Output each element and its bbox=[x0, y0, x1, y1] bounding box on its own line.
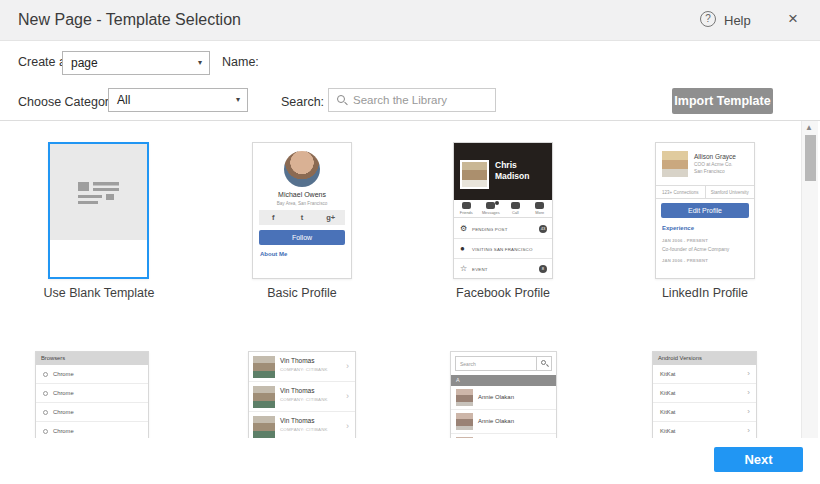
gear-icon: ⚙ bbox=[460, 225, 467, 233]
library-search-input[interactable] bbox=[353, 89, 493, 111]
stats-bar: 123+ Connections Stanford University bbox=[656, 185, 754, 199]
profile-subtitle: Bay Area, San Francisco bbox=[253, 201, 351, 206]
list-item: Chrome bbox=[36, 403, 148, 422]
facebook-header: Chris Madison bbox=[454, 143, 552, 200]
list-item: Annie Olakan bbox=[451, 386, 556, 410]
avatar bbox=[253, 356, 275, 378]
chevron-right-icon: › bbox=[747, 388, 750, 397]
chevron-down-icon: ▾ bbox=[198, 52, 202, 74]
experience-position: Co-founder of Acme Company bbox=[662, 246, 729, 252]
list-item: KitKat› bbox=[653, 365, 756, 384]
count-badge: 43 bbox=[539, 225, 547, 233]
more-icon bbox=[535, 202, 544, 209]
row-label: PENDING POST bbox=[472, 227, 508, 232]
profile-name: Michael Owens bbox=[253, 191, 351, 198]
more-action: More bbox=[528, 200, 553, 217]
template-card-searchable-contacts[interactable]: Search A Annie Olakan Annie Olakan Annie… bbox=[450, 351, 557, 438]
category-select[interactable]: All ▾ bbox=[108, 88, 248, 112]
text-layout-icon bbox=[78, 180, 122, 206]
template-card-linkedin-profile[interactable]: Allison Grayce COO at Acme Co. San Franc… bbox=[655, 142, 755, 279]
list-item: Chrome bbox=[36, 384, 148, 403]
row-label: EVENT bbox=[472, 267, 488, 272]
category-value: All bbox=[117, 93, 130, 107]
create-a-label: Create a bbox=[18, 55, 66, 69]
help-icon[interactable]: ? bbox=[700, 11, 716, 27]
follow-button: Follow bbox=[259, 230, 345, 245]
messages-icon bbox=[486, 202, 495, 209]
count-badge: 8 bbox=[539, 265, 547, 273]
card-label-facebook: Facebook Profile bbox=[428, 286, 578, 300]
scroll-up-icon[interactable]: ▲ bbox=[805, 123, 813, 132]
chevron-right-icon: › bbox=[747, 369, 750, 378]
profile-role: COO at Acme Co. bbox=[694, 162, 732, 167]
messages-action: Messages bbox=[479, 200, 504, 217]
name-label: Name: bbox=[222, 55, 259, 69]
connections-stat: 123+ Connections bbox=[656, 186, 706, 198]
template-card-contacts[interactable]: Vin ThomasCOMPANY: CITIBANK› Vin ThomasC… bbox=[248, 351, 356, 438]
template-card-basic-profile[interactable]: Michael Owens Bay Area, San Francisco f … bbox=[252, 142, 352, 279]
location-pin-icon: ● bbox=[460, 245, 465, 253]
create-row: Create a page ▾ Name: bbox=[0, 41, 820, 82]
radio-icon bbox=[43, 391, 48, 396]
phone-icon bbox=[511, 202, 520, 209]
name-line1: Chris bbox=[495, 160, 517, 170]
list-item: Chrome bbox=[36, 365, 148, 384]
import-template-button[interactable]: Import Template bbox=[672, 88, 773, 114]
next-button[interactable]: Next bbox=[714, 447, 803, 472]
blank-preview bbox=[50, 144, 147, 240]
mini-search-placeholder: Search bbox=[460, 361, 476, 367]
chevron-right-icon: › bbox=[346, 361, 349, 371]
chevron-right-icon: › bbox=[747, 426, 750, 435]
list-header: Android Versions bbox=[653, 352, 756, 365]
list-item: KitKat› bbox=[653, 384, 756, 403]
page-type-select[interactable]: page ▾ bbox=[62, 51, 210, 75]
call-action: Call bbox=[503, 200, 528, 217]
page-type-value: page bbox=[71, 56, 98, 70]
chevron-down-icon: ▾ bbox=[236, 89, 240, 111]
search-icon bbox=[536, 357, 551, 370]
star-icon: ☆ bbox=[460, 265, 467, 273]
close-icon[interactable]: × bbox=[788, 9, 798, 29]
choose-category-label: Choose Category: bbox=[18, 95, 119, 109]
dialog-titlebar: New Page - Template Selection ? Help × bbox=[0, 0, 820, 41]
template-card-android-versions[interactable]: Android Versions KitKat› KitKat› KitKat›… bbox=[652, 351, 757, 438]
template-card-blank[interactable] bbox=[48, 142, 149, 279]
university-stat: Stanford University bbox=[706, 186, 755, 198]
scrollbar[interactable]: ▲ bbox=[801, 121, 818, 438]
search-icon bbox=[337, 95, 345, 103]
list-item: Vin ThomasCOMPANY: CITIBANK› bbox=[249, 382, 355, 412]
profile-location: San Francisco bbox=[694, 169, 725, 174]
avatar bbox=[253, 386, 275, 408]
help-link[interactable]: Help bbox=[724, 13, 751, 28]
card-label-linkedin: LinkedIn Profile bbox=[630, 286, 780, 300]
social-bar: f t g+ bbox=[259, 210, 345, 225]
profile-name: Allison Grayce bbox=[694, 153, 736, 160]
search-label: Search: bbox=[281, 95, 324, 109]
avatar bbox=[456, 413, 473, 430]
friends-icon bbox=[462, 202, 471, 209]
filter-row: Choose Category: All ▾ Search: Import Te… bbox=[0, 82, 820, 121]
experience-heading: Experience bbox=[662, 225, 694, 231]
list-item: Vin ThomasCOMPANY: CITIBANK› bbox=[249, 352, 355, 382]
page-title: New Page - Template Selection bbox=[18, 11, 241, 29]
about-me-link: About Me bbox=[260, 251, 287, 257]
pending-post-row: ⚙ PENDING POST 43 bbox=[454, 219, 552, 239]
facebook-action-bar: Friends Messages Call More bbox=[454, 200, 552, 218]
template-card-browsers[interactable]: Browsers Chrome Chrome Chrome Chrome Chr… bbox=[35, 351, 149, 438]
event-row: ☆ EVENT 8 bbox=[454, 259, 552, 279]
library-search-box bbox=[328, 88, 496, 112]
list-item: Chrome bbox=[36, 422, 148, 438]
profile-photo bbox=[460, 160, 489, 189]
chevron-right-icon: › bbox=[346, 421, 349, 431]
experience-period: JAN 2006 - PRESENT bbox=[662, 238, 708, 243]
avatar bbox=[284, 151, 320, 187]
profile-name: Chris Madison bbox=[495, 160, 529, 182]
list-item: Annie Olakan bbox=[451, 410, 556, 434]
scrollbar-thumb[interactable] bbox=[805, 135, 816, 181]
row-label: VISITING SAN FRANCISCO bbox=[472, 247, 533, 252]
radio-icon bbox=[43, 429, 48, 434]
group-header: A bbox=[451, 375, 556, 386]
template-grid: Michael Owens Bay Area, San Francisco f … bbox=[0, 121, 820, 438]
template-card-facebook-profile[interactable]: Chris Madison Friends Messages Call More… bbox=[453, 142, 553, 279]
friends-action: Friends bbox=[454, 200, 479, 217]
